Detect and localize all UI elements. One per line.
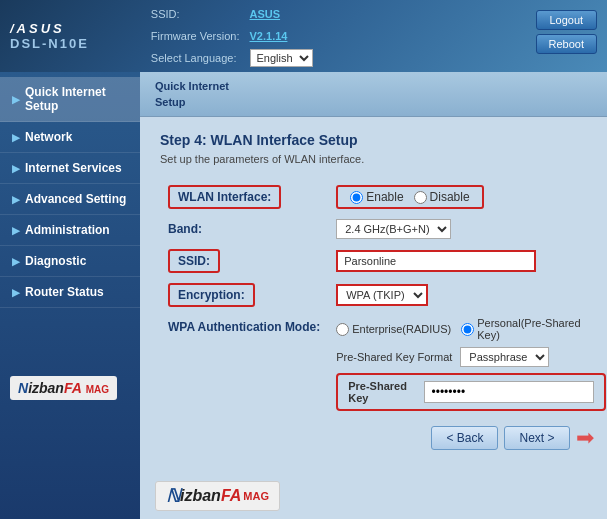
personal-text: Personal(Pre-Shared Key) <box>477 317 605 341</box>
sidebar-item-network[interactable]: ▶ Network <box>0 122 140 153</box>
pre-shared-format-label: Pre-Shared Key Format <box>336 351 452 363</box>
fa-text: FA <box>64 380 82 396</box>
nav-buttons: < Back Next > ➡ <box>160 416 607 460</box>
reboot-button[interactable]: Reboot <box>536 34 597 54</box>
sidebar-label: Advanced Setting <box>25 192 126 206</box>
sidebar-item-router-status[interactable]: ▶ Router Status <box>0 277 140 308</box>
ssid-value[interactable]: ASUS <box>250 8 281 20</box>
next-arrow-icon: ➡ <box>576 427 594 449</box>
arrow-icon: ▶ <box>12 132 20 143</box>
wpa-radio-group: Enterprise(RADIUS) Personal(Pre-Shared K… <box>336 317 605 341</box>
sidebar-bottom-logo: NizbanFA MAG <box>0 368 140 408</box>
encryption-row: Encryption: WPA (TKIP) <box>160 278 607 312</box>
step-title: Step 4: WLAN Interface Setup <box>160 132 607 148</box>
main-layout: ▶ Quick Internet Setup ▶ Network ▶ Inter… <box>0 72 607 519</box>
sidebar-label: Network <box>25 130 72 144</box>
band-select[interactable]: 2.4 GHz(B+G+N) <box>336 219 451 239</box>
form-table: WLAN Interface: Enable Disable <box>160 180 607 416</box>
wpa-auth-options: Enterprise(RADIUS) Personal(Pre-Shared K… <box>336 317 605 411</box>
footer-mag: MAG <box>243 490 269 502</box>
n-letter: N <box>18 380 28 396</box>
arrow-icon: ▶ <box>12 194 20 205</box>
pre-shared-key-label: Pre-Shared Key <box>348 380 416 404</box>
arrow-icon: ▶ <box>12 225 20 236</box>
personal-radio[interactable] <box>461 323 474 336</box>
firmware-label: Firmware Version: <box>151 26 248 46</box>
disable-text: Disable <box>430 190 470 204</box>
next-button[interactable]: Next > <box>504 426 569 450</box>
firmware-value[interactable]: V2.1.14 <box>250 30 288 42</box>
footer-izban: izban <box>180 487 221 505</box>
sidebar-item-administration[interactable]: ▶ Administration <box>0 215 140 246</box>
disable-radio[interactable] <box>414 191 427 204</box>
arrow-icon: ▶ <box>12 287 20 298</box>
sidebar-item-advanced-setting[interactable]: ▶ Advanced Setting <box>0 184 140 215</box>
breadcrumb-line1: Quick Internet <box>155 80 229 92</box>
wlan-interface-row: WLAN Interface: Enable Disable <box>160 180 607 214</box>
pre-shared-key-container: Pre-Shared Key <box>336 373 605 411</box>
enable-radio[interactable] <box>350 191 363 204</box>
izban-text: izban <box>28 380 64 396</box>
pre-shared-format-select[interactable]: Passphrase <box>460 347 549 367</box>
band-label: Band: <box>168 222 202 236</box>
enterprise-radio[interactable] <box>336 323 349 336</box>
sidebar-label: Administration <box>25 223 110 237</box>
pre-shared-format-row: Pre-Shared Key Format Passphrase <box>336 347 605 367</box>
ssid-field-label: SSID: <box>168 249 220 273</box>
wlan-interface-label: WLAN Interface: <box>168 185 281 209</box>
sidebar: ▶ Quick Internet Setup ▶ Network ▶ Inter… <box>0 72 140 519</box>
personal-label[interactable]: Personal(Pre-Shared Key) <box>461 317 605 341</box>
arrow-icon: ▶ <box>12 94 20 105</box>
footer-logo: ℕ izban FA MAG <box>155 481 280 511</box>
enterprise-text: Enterprise(RADIUS) <box>352 323 451 335</box>
wpa-auth-label: WPA Authentication Mode: <box>168 320 320 334</box>
mag-text: MAG <box>86 384 109 395</box>
header-buttons: Logout Reboot <box>536 10 597 54</box>
sidebar-label: Quick Internet Setup <box>25 85 132 113</box>
language-label: Select Language: <box>151 48 248 68</box>
arrow-icon: ▶ <box>12 256 20 267</box>
ssid-label: SSID: <box>151 4 248 24</box>
sidebar-item-internet-services[interactable]: ▶ Internet Services <box>0 153 140 184</box>
logo-area: /ASUS DSL-N10E <box>10 21 89 51</box>
encryption-label: Encryption: <box>168 283 255 307</box>
band-row: Band: 2.4 GHz(B+G+N) <box>160 214 607 244</box>
enable-label[interactable]: Enable <box>350 190 403 204</box>
asus-logo: /ASUS DSL-N10E <box>10 21 89 51</box>
enterprise-label[interactable]: Enterprise(RADIUS) <box>336 323 451 336</box>
content-area: Quick Internet Setup Step 4: WLAN Interf… <box>140 72 607 519</box>
footer-fa: FA <box>221 487 241 505</box>
ssid-row: SSID: <box>160 244 607 278</box>
breadcrumb: Quick Internet Setup <box>140 72 607 117</box>
sidebar-label: Diagnostic <box>25 254 86 268</box>
nizbanfa-logo: NizbanFA MAG <box>18 380 109 396</box>
main-content: Step 4: WLAN Interface Setup Set up the … <box>140 117 607 476</box>
ssid-input[interactable] <box>336 250 536 272</box>
wlan-interface-control: Enable Disable <box>336 185 483 209</box>
sidebar-item-diagnostic[interactable]: ▶ Diagnostic <box>0 246 140 277</box>
language-select[interactable]: English <box>250 49 313 67</box>
header-info: SSID: ASUS Firmware Version: V2.1.14 Sel… <box>149 2 323 70</box>
header: /ASUS DSL-N10E SSID: ASUS Firmware Versi… <box>0 0 607 72</box>
model-name: DSL-N10E <box>10 36 89 51</box>
sidebar-label: Internet Services <box>25 161 122 175</box>
sidebar-label: Router Status <box>25 285 104 299</box>
enable-text: Enable <box>366 190 403 204</box>
step-desc: Set up the parameters of WLAN interface. <box>160 153 607 165</box>
footer: ℕ izban FA MAG <box>140 476 607 519</box>
encryption-select[interactable]: WPA (TKIP) <box>336 284 428 306</box>
logout-button[interactable]: Logout <box>536 10 597 30</box>
footer-n: ℕ <box>166 485 180 507</box>
sidebar-item-quick-internet-setup[interactable]: ▶ Quick Internet Setup <box>0 77 140 122</box>
pre-shared-key-input[interactable] <box>424 381 593 403</box>
disable-label[interactable]: Disable <box>414 190 470 204</box>
breadcrumb-line2: Setup <box>155 96 186 108</box>
back-button[interactable]: < Back <box>431 426 498 450</box>
wpa-auth-row: WPA Authentication Mode: Enterprise(RADI… <box>160 312 607 416</box>
arrow-icon: ▶ <box>12 163 20 174</box>
